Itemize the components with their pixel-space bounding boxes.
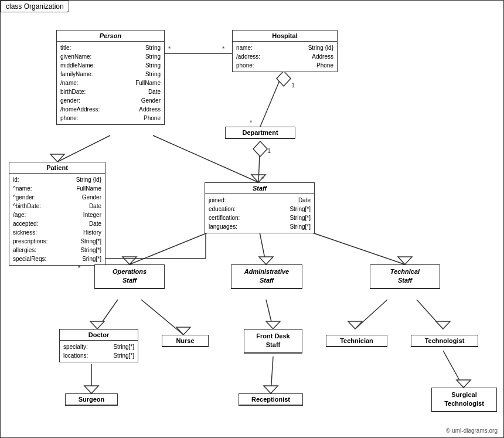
class-front-desk: Front DeskStaff [244,329,302,354]
svg-marker-32 [84,386,98,393]
svg-line-23 [141,300,183,335]
svg-text:1: 1 [267,147,271,154]
class-hospital: Hospital name:String {id} /address:Addre… [232,30,338,72]
svg-line-27 [355,300,387,329]
svg-line-21 [97,300,118,329]
class-technologist: Technologist [411,335,478,347]
svg-marker-5 [277,71,291,86]
svg-marker-3 [251,175,265,182]
diagram-container: class Organization 1 * 1 * * * [0,0,504,438]
svg-line-8 [258,141,260,182]
svg-line-35 [443,351,464,388]
class-person-attrs: title:String givenName:String middleName… [57,42,164,124]
class-staff-name: Staff [205,183,314,194]
svg-line-4 [260,71,284,127]
class-technical-staff: TechnicalStaff [370,264,440,289]
class-hospital-name: Hospital [233,30,337,42]
class-technician-name: Technician [326,335,387,347]
copyright: © uml-diagrams.org [446,427,498,434]
class-department: Department [225,127,295,139]
class-staff: Staff joined:Date education:String[*] ce… [205,182,315,233]
class-front-desk-name: Front DeskStaff [244,330,302,353]
class-surgical-tech: SurgicalTechnologist [431,388,497,412]
class-patient-name: Patient [9,162,105,174]
class-technologist-name: Technologist [411,335,478,347]
class-admin-staff-name: AdministrativeStaff [231,265,302,288]
class-staff-attrs: joined:Date education:String[*] certific… [205,194,314,233]
svg-text:*: * [222,45,225,52]
class-receptionist: Receptionist [239,393,303,406]
class-surgeon: Surgeon [65,393,118,406]
class-doctor-name: Doctor [60,330,138,341]
svg-marker-18 [259,257,273,264]
svg-marker-28 [348,321,362,329]
svg-text:*: * [250,119,253,126]
svg-marker-1 [50,154,64,162]
diagram-title: class Organization [1,1,69,12]
class-person-name: Person [57,30,164,42]
class-department-name: Department [226,127,295,138]
class-person: Person title:String givenName:String mid… [56,30,165,125]
class-doctor-attrs: specialty:String[*] locations:String[*] [60,341,138,362]
svg-marker-9 [253,141,267,157]
svg-line-33 [271,356,273,393]
svg-marker-20 [398,257,412,264]
svg-text:*: * [261,175,264,182]
class-receptionist-name: Receptionist [239,394,302,405]
class-admin-staff: AdministrativeStaff [231,264,302,289]
class-nurse: Nurse [162,335,209,347]
class-ops-staff-name: OperationsStaff [95,265,164,288]
class-hospital-attrs: name:String {id} /address:Address phone:… [233,42,337,72]
class-technician: Technician [326,335,387,347]
svg-line-2 [153,135,258,182]
class-surgical-tech-name: SurgicalTechnologist [432,388,496,412]
class-patient: Patient id:String {id} ^name:FullName ^g… [9,162,105,266]
class-operations-staff: OperationsStaff [94,264,165,289]
class-tech-staff-name: TechnicalStaff [370,265,440,288]
svg-line-0 [57,135,110,162]
class-patient-attrs: id:String {id} ^name:FullName ^gender:Ge… [9,174,105,265]
class-doctor: Doctor specialty:String[*] locations:Str… [59,329,138,362]
svg-marker-34 [264,386,278,393]
class-surgeon-name: Surgeon [66,394,117,405]
svg-marker-24 [176,327,190,335]
svg-text:*: * [168,45,171,52]
svg-text:1: 1 [291,82,295,89]
svg-marker-36 [457,380,471,388]
class-nurse-name: Nurse [162,335,208,347]
svg-line-25 [266,300,273,329]
svg-marker-16 [122,257,137,264]
svg-marker-22 [90,321,104,329]
svg-line-29 [417,300,443,329]
svg-marker-26 [266,321,280,329]
svg-marker-30 [436,321,450,329]
